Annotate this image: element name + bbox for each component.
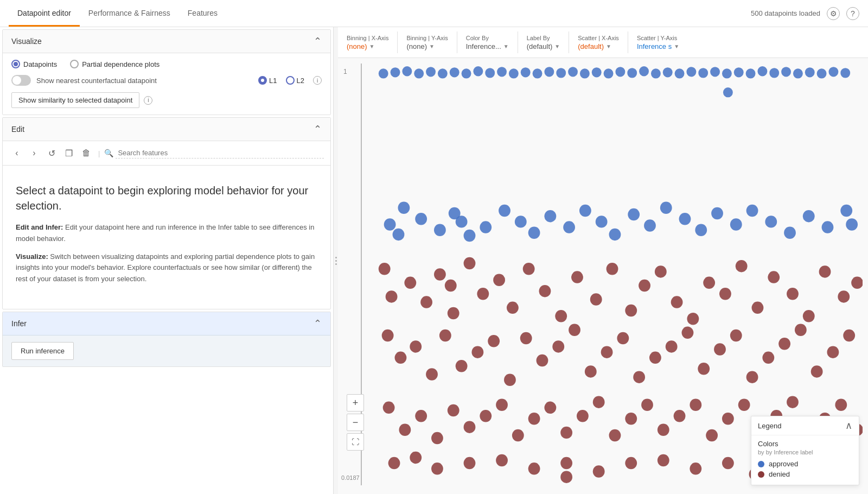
svg-point-56	[596, 216, 608, 227]
nav-right: 500 datapoints loaded ⚙ ?	[751, 7, 859, 20]
search-features-input[interactable]	[116, 148, 324, 159]
svg-point-140	[480, 410, 492, 422]
svg-point-143	[528, 413, 540, 425]
redo-button[interactable]: ›	[27, 145, 42, 161]
scatter-y-label: Scatter | Y-Axis	[637, 35, 679, 41]
help-icon[interactable]: ?	[846, 7, 859, 20]
infer-header[interactable]: Infer ⌃	[3, 312, 330, 335]
run-inference-button[interactable]: Run inference	[11, 342, 74, 360]
scatter-x-dropdown[interactable]: Scatter | X-Axis (default) ▼	[578, 35, 619, 50]
legend-colors-subtitle: by by Inference label	[758, 449, 852, 455]
legend-label-denied: denied	[769, 470, 790, 478]
scatter-y-dropdown[interactable]: Scatter | Y-Axis Inference s ▼	[637, 35, 679, 50]
panel-resizer[interactable]	[334, 27, 338, 494]
zoom-in-button[interactable]: +	[347, 394, 364, 411]
svg-point-71	[846, 218, 858, 230]
radio-datapoints[interactable]: Datapoints	[11, 60, 57, 68]
edit-heading: Select a datapoint to begin exploring mo…	[16, 183, 317, 213]
svg-point-30	[734, 67, 744, 77]
svg-point-16	[568, 67, 578, 77]
svg-point-154	[706, 429, 718, 441]
svg-point-119	[617, 332, 629, 344]
svg-point-112	[504, 374, 516, 386]
similarity-info-icon[interactable]: i	[144, 96, 152, 105]
svg-point-39	[840, 68, 850, 78]
svg-point-89	[625, 305, 637, 316]
svg-point-116	[569, 324, 580, 335]
svg-point-77	[448, 307, 459, 319]
label-by-arrow: ▼	[554, 43, 560, 49]
undo-button[interactable]: ‹	[9, 145, 24, 161]
edit-header[interactable]: Edit ⌃	[3, 118, 330, 141]
divider-1	[397, 31, 398, 53]
similarity-button[interactable]: Show similarity to selected datapoint	[11, 92, 139, 108]
visualize-collapse-icon: ⌃	[314, 35, 322, 47]
legend-dot-approved	[758, 461, 764, 467]
tab-performance-fairness[interactable]: Performance & Fairness	[80, 1, 179, 27]
visualize-text: Switch between visualizing datapoints an…	[16, 252, 315, 283]
color-by-dropdown[interactable]: Color By Inference... ▼	[466, 35, 509, 50]
binning-y-select[interactable]: (none) ▼	[406, 42, 448, 50]
legend-collapse-button[interactable]: ∧	[845, 421, 852, 430]
svg-point-17	[580, 68, 590, 78]
svg-point-167	[464, 457, 476, 469]
zoom-out-button[interactable]: −	[347, 414, 364, 431]
svg-point-32	[757, 66, 767, 76]
svg-point-150	[641, 399, 653, 411]
l1-button[interactable]: L1	[258, 76, 277, 85]
svg-point-72	[379, 263, 391, 275]
binning-y-label: Binning | Y-Axis	[406, 35, 448, 41]
scatter-x-select[interactable]: (default) ▼	[578, 42, 619, 50]
svg-point-99	[787, 288, 799, 300]
legend-content: Colors by by Inference label approved de…	[751, 435, 859, 485]
l-info-icon[interactable]: i	[313, 76, 322, 85]
svg-point-83	[523, 263, 535, 275]
svg-point-148	[609, 429, 621, 441]
svg-point-3	[414, 68, 424, 78]
copy-button[interactable]: ❐	[61, 145, 76, 161]
svg-point-29	[722, 68, 732, 78]
svg-point-85	[555, 310, 567, 322]
scatter-x-label: Scatter | X-Axis	[578, 35, 619, 41]
binning-y-dropdown[interactable]: Binning | Y-Axis (none) ▼	[406, 35, 448, 50]
tab-features[interactable]: Features	[179, 1, 226, 27]
history-button[interactable]: ↺	[44, 145, 59, 161]
svg-point-90	[639, 280, 650, 292]
svg-point-10	[497, 67, 507, 77]
tab-datapoint-editor[interactable]: Datapoint editor	[9, 1, 80, 27]
svg-point-43	[393, 229, 405, 240]
svg-point-79	[464, 257, 476, 269]
svg-point-142	[512, 429, 524, 441]
scatter-y-select[interactable]: Inference s ▼	[637, 42, 679, 50]
svg-point-97	[752, 302, 764, 314]
svg-point-168	[496, 454, 508, 466]
svg-point-155	[722, 413, 734, 425]
svg-point-135	[399, 424, 411, 436]
svg-point-42	[398, 202, 410, 214]
radio-partial-dependence-circle	[70, 60, 79, 68]
visualization-type-group: Datapoints Partial dependence plots	[11, 60, 322, 68]
counterfactual-toggle[interactable]	[11, 75, 31, 86]
svg-point-67	[784, 227, 796, 239]
svg-point-18	[592, 67, 602, 77]
svg-point-4	[426, 67, 436, 77]
settings-icon[interactable]: ⚙	[827, 7, 840, 20]
color-by-select[interactable]: Inference... ▼	[466, 42, 509, 50]
svg-point-120	[633, 371, 645, 383]
svg-point-63	[711, 207, 723, 219]
svg-point-105	[395, 352, 407, 364]
fit-view-button[interactable]: ⛶	[347, 433, 364, 451]
label-by-dropdown[interactable]: Label By (default) ▼	[527, 35, 560, 50]
binning-x-select[interactable]: (none) ▼	[347, 42, 388, 50]
svg-point-5	[438, 68, 448, 78]
binning-x-dropdown[interactable]: Binning | X-Axis (none) ▼	[347, 35, 388, 50]
infer-collapse-icon: ⌃	[314, 318, 322, 330]
l2-button[interactable]: L2	[286, 76, 304, 85]
label-by-select[interactable]: (default) ▼	[527, 42, 560, 50]
visualize-header[interactable]: Visualize ⌃	[3, 30, 330, 53]
delete-button[interactable]: 🗑	[79, 145, 94, 161]
radio-partial-dependence[interactable]: Partial dependence plots	[70, 60, 159, 68]
visualize-bold: Visualize:	[16, 252, 48, 261]
svg-point-130	[795, 324, 807, 335]
svg-point-38	[828, 67, 838, 77]
